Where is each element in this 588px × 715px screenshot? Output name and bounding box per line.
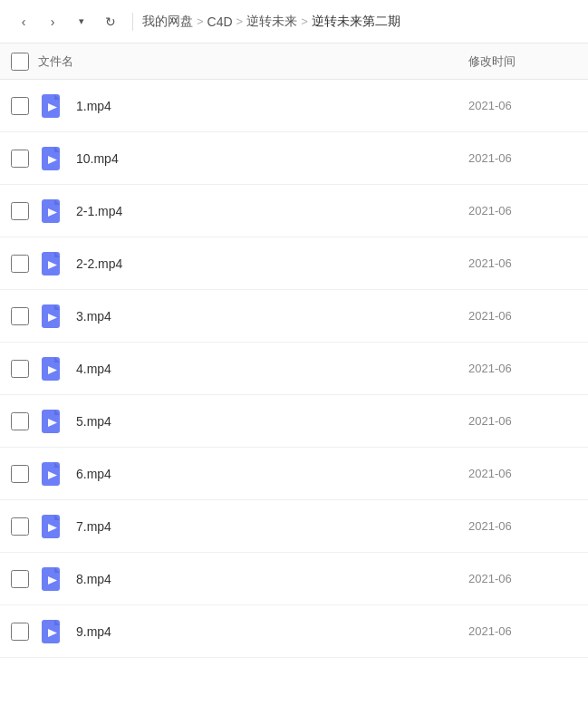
file-list: 1.mp4 2021-06 10.mp4 2021-06 bbox=[0, 80, 588, 658]
toolbar: ‹ › ▾ ↻ 我的网盘 > C4D > 逆转未来 > 逆转未来第二期 bbox=[0, 0, 588, 43]
table-row[interactable]: 9.mp4 2021-06 bbox=[0, 605, 588, 658]
table-row[interactable]: 2-2.mp4 2021-06 bbox=[0, 237, 588, 290]
file-date: 2021-06 bbox=[468, 414, 577, 428]
file-icon bbox=[38, 512, 67, 541]
col-date-header: 修改时间 bbox=[468, 53, 577, 70]
file-date: 2021-06 bbox=[468, 204, 577, 217]
row-checkbox[interactable] bbox=[11, 150, 29, 168]
file-date: 2021-06 bbox=[468, 519, 577, 533]
breadcrumb-sep-2: > bbox=[301, 14, 308, 28]
file-name: 2-1.mp4 bbox=[76, 204, 468, 218]
breadcrumb-item-1[interactable]: C4D bbox=[207, 14, 233, 29]
file-date: 2021-06 bbox=[468, 572, 577, 585]
back-button[interactable]: ‹ bbox=[11, 9, 36, 34]
row-checkbox[interactable] bbox=[11, 360, 29, 378]
file-name: 6.mp4 bbox=[76, 467, 468, 481]
row-checkbox[interactable] bbox=[11, 97, 29, 115]
breadcrumb-item-0[interactable]: 我的网盘 bbox=[142, 14, 193, 30]
breadcrumb-current: 逆转未来第二期 bbox=[312, 14, 400, 30]
file-icon bbox=[38, 302, 67, 331]
file-date: 2021-06 bbox=[468, 151, 577, 165]
row-checkbox[interactable] bbox=[11, 623, 29, 641]
file-icon bbox=[38, 459, 67, 488]
breadcrumb-sep-1: > bbox=[236, 14, 244, 28]
refresh-button[interactable]: ↻ bbox=[98, 9, 123, 34]
breadcrumb-item-2[interactable]: 逆转未来 bbox=[246, 14, 297, 30]
file-date: 2021-06 bbox=[468, 624, 577, 638]
file-name: 3.mp4 bbox=[76, 309, 468, 324]
row-checkbox[interactable] bbox=[11, 465, 29, 483]
file-icon bbox=[38, 144, 67, 173]
row-checkbox[interactable] bbox=[11, 570, 29, 588]
file-name: 5.mp4 bbox=[76, 414, 468, 429]
file-icon bbox=[38, 617, 67, 646]
table-row[interactable]: 1.mp4 2021-06 bbox=[0, 80, 588, 132]
row-checkbox[interactable] bbox=[11, 517, 29, 536]
file-date: 2021-06 bbox=[468, 362, 577, 375]
table-row[interactable]: 4.mp4 2021-06 bbox=[0, 343, 588, 395]
breadcrumb: 我的网盘 > C4D > 逆转未来 > 逆转未来第二期 bbox=[142, 14, 577, 30]
row-checkbox[interactable] bbox=[11, 307, 29, 325]
breadcrumb-sep-0: > bbox=[197, 14, 204, 28]
toolbar-divider bbox=[132, 13, 133, 31]
table-row[interactable]: 10.mp4 2021-06 bbox=[0, 132, 588, 185]
file-name: 7.mp4 bbox=[76, 519, 468, 534]
file-date: 2021-06 bbox=[468, 467, 577, 480]
table-row[interactable]: 5.mp4 2021-06 bbox=[0, 395, 588, 448]
select-all-checkbox[interactable] bbox=[11, 53, 29, 71]
table-row[interactable]: 7.mp4 2021-06 bbox=[0, 500, 588, 553]
table-row[interactable]: 8.mp4 2021-06 bbox=[0, 553, 588, 605]
file-list-header: 文件名 修改时间 bbox=[0, 43, 588, 80]
file-name: 10.mp4 bbox=[76, 151, 468, 166]
file-date: 2021-06 bbox=[468, 309, 577, 323]
file-name: 1.mp4 bbox=[76, 99, 468, 113]
forward-button[interactable]: › bbox=[40, 9, 65, 34]
row-checkbox[interactable] bbox=[11, 412, 29, 430]
table-row[interactable]: 3.mp4 2021-06 bbox=[0, 290, 588, 343]
file-icon bbox=[38, 197, 67, 226]
file-date: 2021-06 bbox=[468, 256, 577, 270]
file-icon bbox=[38, 92, 67, 121]
row-checkbox[interactable] bbox=[11, 255, 29, 273]
col-name-header: 文件名 bbox=[38, 53, 468, 70]
file-name: 9.mp4 bbox=[76, 624, 468, 639]
file-icon bbox=[38, 249, 67, 278]
file-date: 2021-06 bbox=[468, 99, 577, 112]
file-icon bbox=[38, 354, 67, 383]
row-checkbox[interactable] bbox=[11, 202, 29, 220]
dropdown-button[interactable]: ▾ bbox=[69, 9, 94, 34]
file-icon bbox=[38, 407, 67, 436]
file-name: 8.mp4 bbox=[76, 572, 468, 586]
file-name: 4.mp4 bbox=[76, 362, 468, 376]
file-icon bbox=[38, 565, 67, 594]
table-row[interactable]: 2-1.mp4 2021-06 bbox=[0, 185, 588, 237]
table-row[interactable]: 6.mp4 2021-06 bbox=[0, 448, 588, 500]
file-name: 2-2.mp4 bbox=[76, 256, 468, 271]
